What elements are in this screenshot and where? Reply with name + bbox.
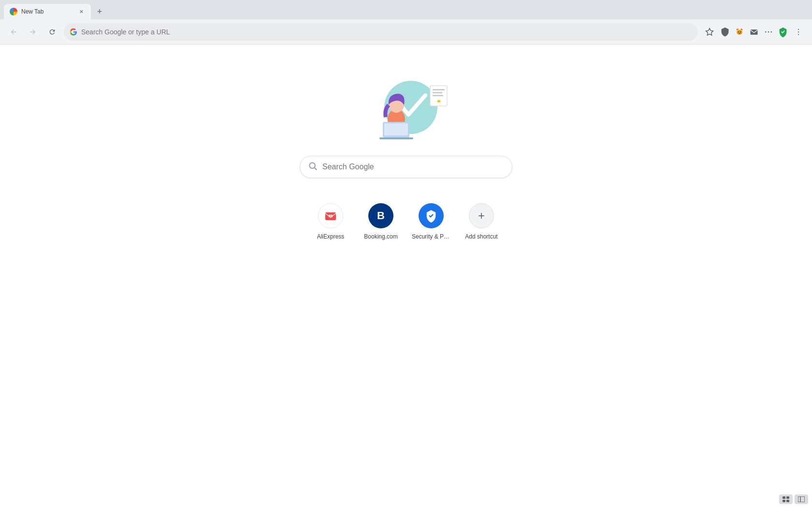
extension-3-button[interactable] <box>747 25 761 39</box>
extension-1-icon <box>720 27 730 37</box>
svg-point-5 <box>765 31 767 32</box>
shortcut-booking[interactable]: B Booking.com <box>358 197 404 246</box>
svg-point-7 <box>771 31 772 32</box>
security-shortcut-icon <box>419 203 444 228</box>
shortcut-aliexpress-label: AliExpress <box>317 233 345 240</box>
star-icon <box>705 28 714 36</box>
extension-2-icon <box>735 27 744 37</box>
add-shortcut-icon: + <box>469 203 494 228</box>
forward-button[interactable] <box>25 24 41 40</box>
back-icon <box>10 28 17 36</box>
address-bar-container[interactable] <box>64 23 698 41</box>
new-tab-button[interactable]: + <box>93 5 106 18</box>
bottom-btn-1[interactable] <box>779 494 793 504</box>
extension-2-button[interactable] <box>733 25 746 39</box>
search-container <box>300 156 512 178</box>
svg-point-3 <box>740 31 741 32</box>
search-bar[interactable] <box>300 156 512 178</box>
page-content: AliExpress B Booking.com Security & Priv… <box>0 45 812 508</box>
svg-point-1 <box>737 30 742 34</box>
shortcut-add[interactable]: + Add shortcut <box>458 197 505 246</box>
svg-rect-19 <box>433 92 442 93</box>
shortcut-booking-label: Booking.com <box>364 233 397 240</box>
svg-rect-27 <box>330 216 332 216</box>
svg-point-8 <box>798 29 799 30</box>
svg-rect-28 <box>783 496 785 499</box>
svg-rect-4 <box>751 30 758 35</box>
extension-1-button[interactable] <box>718 25 732 39</box>
shortcut-security-label: Security & Priv... <box>412 233 450 240</box>
svg-point-9 <box>798 31 799 32</box>
svg-point-2 <box>738 31 739 32</box>
shortcut-security[interactable]: Security & Priv... <box>408 197 454 246</box>
svg-rect-29 <box>786 496 789 499</box>
tab-bar: New Tab ✕ + <box>0 0 812 19</box>
browser-chrome: New Tab ✕ + <box>0 0 812 45</box>
grid-icon <box>783 496 789 502</box>
shortcut-add-label: Add shortcut <box>465 233 497 240</box>
nav-bar <box>0 19 812 45</box>
svg-rect-16 <box>379 137 413 139</box>
extension-more-button[interactable] <box>762 25 775 39</box>
search-icon <box>308 161 318 173</box>
forward-icon <box>29 28 37 36</box>
security-check-icon <box>424 209 438 223</box>
active-tab[interactable]: New Tab ✕ <box>4 4 91 19</box>
bottom-bar <box>775 491 812 508</box>
google-logo-icon <box>70 28 77 36</box>
aliexpress-icon <box>318 203 343 228</box>
booking-icon: B <box>368 203 393 228</box>
svg-rect-30 <box>783 500 785 502</box>
reload-icon <box>48 28 56 36</box>
hero-illustration <box>358 74 454 141</box>
extension-security-icon <box>778 27 788 37</box>
shortcuts-grid: AliExpress B Booking.com Security & Priv… <box>307 197 505 246</box>
svg-rect-15 <box>384 123 408 135</box>
shortcut-aliexpress[interactable]: AliExpress <box>307 197 354 246</box>
tab-close-button[interactable]: ✕ <box>77 8 85 15</box>
aliexpress-logo-icon <box>323 209 338 223</box>
extension-more-icon <box>764 27 773 37</box>
tab-title: New Tab <box>21 8 73 15</box>
reload-button[interactable] <box>44 24 60 40</box>
svg-point-6 <box>768 31 769 32</box>
bottom-btn-2[interactable] <box>795 494 808 504</box>
svg-point-22 <box>309 163 315 168</box>
svg-rect-32 <box>798 496 805 502</box>
menu-button[interactable] <box>791 24 806 40</box>
svg-marker-0 <box>706 28 713 35</box>
svg-rect-20 <box>433 95 443 96</box>
tab-favicon <box>10 8 17 15</box>
menu-dots-icon <box>794 28 803 36</box>
extension-3-icon <box>749 27 759 37</box>
bookmark-button[interactable] <box>702 24 717 40</box>
back-button[interactable] <box>6 24 21 40</box>
search-input[interactable] <box>322 163 504 171</box>
svg-line-23 <box>315 167 317 170</box>
svg-point-10 <box>798 34 799 35</box>
svg-rect-31 <box>786 500 789 502</box>
svg-rect-18 <box>433 89 445 90</box>
sidebar-icon <box>798 496 805 502</box>
toolbar-actions <box>702 24 806 40</box>
extension-security-button[interactable] <box>776 25 790 39</box>
address-bar-input[interactable] <box>81 28 692 36</box>
